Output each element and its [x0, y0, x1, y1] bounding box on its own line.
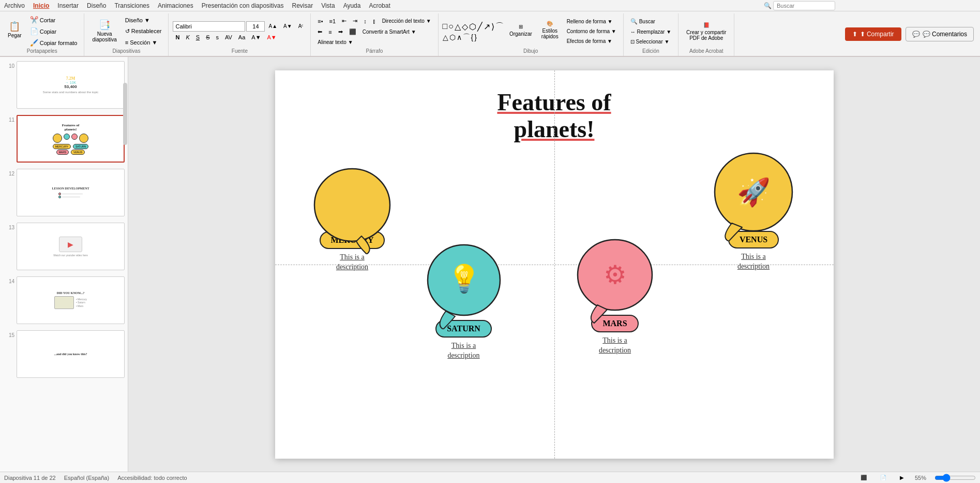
- menu-inicio[interactable]: Inicio: [33, 2, 49, 9]
- title-line2: planets!: [514, 116, 595, 142]
- color-button[interactable]: A▼: [265, 33, 279, 42]
- effects-button[interactable]: Efectos de forma ▼: [564, 37, 619, 46]
- paste-label: Pegar: [8, 33, 22, 38]
- mars-item[interactable]: ⚙ MARS This is adescription: [575, 236, 655, 356]
- list-bullet-button[interactable]: ≡•: [315, 17, 325, 26]
- find-button[interactable]: 🔍 Buscar: [628, 17, 674, 26]
- adobe-icon: 📕: [703, 22, 710, 28]
- menu-animaciones[interactable]: Animaciones: [158, 2, 193, 9]
- slide-thumb-11[interactable]: 11 Features ofplanets! MERCURY SATURN: [2, 114, 126, 164]
- columns-button[interactable]: ⫿: [370, 17, 379, 26]
- font-shrink-button[interactable]: A▼: [281, 22, 295, 31]
- select-button[interactable]: ⊡ Seleccionar ▼: [628, 37, 674, 46]
- spacing-button[interactable]: AV: [222, 33, 235, 42]
- ribbon-group-parrafo: ≡• ≡1 ⇤ ⇥ ↕ ⫿ Dirección del texto ▼ ⬅ ≡ …: [311, 13, 438, 56]
- view-presentation-button[interactable]: ▶: [897, 473, 907, 482]
- zoom-slider[interactable]: [934, 474, 976, 482]
- slide-num-15: 15: [3, 332, 14, 338]
- new-slide-button[interactable]: 📑 Nuevadiapositiva: [88, 16, 120, 47]
- slide-canvas[interactable]: Features of planets! MERCURY This is ade…: [275, 70, 834, 459]
- indent-increase-button[interactable]: ⇥: [350, 16, 360, 26]
- venus-item[interactable]: 🚀 VENUS This is adescription: [711, 151, 796, 272]
- justify-button[interactable]: ⬛: [346, 27, 359, 37]
- menu-bar: Archivo Inicio Insertar Diseño Transicio…: [0, 0, 980, 11]
- slide-thumb-img-11[interactable]: Features ofplanets! MERCURY SATURN MARS …: [17, 115, 125, 163]
- line-spacing-button[interactable]: ↕: [361, 17, 369, 26]
- align-text-button[interactable]: Alinear texto ▼: [315, 38, 355, 47]
- svg-point-0: [314, 169, 390, 241]
- menu-revisar[interactable]: Revisar: [292, 2, 313, 9]
- text-direction-button[interactable]: Dirección del texto ▼: [380, 17, 434, 25]
- slide-thumb-img-12[interactable]: LESSON DEVELOPMENT: [17, 169, 125, 216]
- menu-insertar[interactable]: Insertar: [57, 2, 79, 9]
- paste-button[interactable]: 📋 Pegar: [4, 14, 25, 46]
- slide-thumb-15[interactable]: 15 ...and did you know this?: [2, 329, 126, 379]
- slide-panel[interactable]: 10 7.2M → 10K 53,400 Some stats and numb…: [0, 57, 128, 472]
- align-right-button[interactable]: ➡: [336, 27, 345, 37]
- font-grow-button[interactable]: A▲: [266, 22, 280, 31]
- comments-label: 💬 Comentarios: [923, 31, 967, 38]
- slide-thumb-10[interactable]: 10 7.2M → 10K 53,400 Some stats and numb…: [2, 60, 126, 110]
- slide-num-13: 13: [3, 225, 14, 230]
- menu-ayuda[interactable]: Ayuda: [343, 2, 361, 9]
- mercury-item[interactable]: MERCURY This is adescription: [312, 164, 393, 272]
- slide-thumb-12[interactable]: 12 LESSON DEVELOPMENT: [2, 168, 126, 217]
- align-left-button[interactable]: ⬅: [315, 27, 325, 37]
- underline-button[interactable]: S: [193, 33, 202, 42]
- align-center-button[interactable]: ≡: [326, 27, 334, 37]
- slide-thumb-img-13[interactable]: ▶ Watch our youtube video here: [17, 223, 125, 270]
- outline-button[interactable]: Contorno de forma ▼: [564, 27, 619, 36]
- adobe-pdf-button[interactable]: 📕 Crear y compartirPDF de Adobe: [683, 16, 730, 47]
- section-button[interactable]: ≡ Sección ▼: [123, 38, 164, 47]
- case-button[interactable]: Aa: [236, 33, 248, 42]
- view-reading-button[interactable]: 📄: [878, 473, 889, 482]
- slide-thumb-14[interactable]: 14 DID YOU KNOW...? • Mercury• Saturn• M…: [2, 275, 126, 325]
- cut-button[interactable]: ✂️ Cortar: [27, 14, 80, 25]
- scrollbar-thumb[interactable]: [123, 83, 127, 145]
- status-bar: Diapositiva 11 de 22 Español (España) Ac…: [0, 472, 980, 483]
- shadow-button[interactable]: s: [213, 33, 221, 42]
- language-label: Español (España): [64, 475, 109, 481]
- menu-archivo[interactable]: Archivo: [4, 2, 25, 9]
- slide-thumb-img-14[interactable]: DID YOU KNOW...? • Mercury• Saturn• Mars: [17, 276, 125, 324]
- list-number-button[interactable]: ≡1: [327, 17, 339, 26]
- bold-button[interactable]: N: [173, 33, 182, 42]
- venus-bubble-container: 🚀: [711, 151, 796, 243]
- menu-vista[interactable]: Vista: [321, 2, 335, 9]
- menu-transiciones[interactable]: Transiciones: [114, 2, 149, 9]
- view-normal-button[interactable]: ⬛: [858, 473, 869, 482]
- title-line1: Features of: [497, 89, 611, 115]
- font-clear-button[interactable]: Aᶜ: [296, 22, 307, 31]
- menu-presentacion[interactable]: Presentación con diapositivas: [202, 2, 284, 9]
- font-size-input[interactable]: [246, 21, 265, 32]
- share-button[interactable]: ⬆ ⬆ Compartir: [845, 27, 901, 41]
- new-slide-icon: 📑: [99, 20, 110, 30]
- copy-format-button[interactable]: 🖌️ Copiar formato: [27, 37, 80, 48]
- strikethrough-button[interactable]: S: [203, 33, 212, 42]
- smartart-button[interactable]: Convertir a SmartArt ▼: [360, 27, 419, 36]
- indent-decrease-button[interactable]: ⇤: [339, 16, 349, 26]
- replace-button[interactable]: ↔ Reemplazar ▼: [628, 27, 674, 36]
- menu-acrobat[interactable]: Acrobat: [369, 2, 390, 9]
- design-button[interactable]: Diseño ▼: [123, 16, 164, 25]
- organize-button[interactable]: ⊞ Organizar: [506, 14, 536, 46]
- ribbon-group-dibujo: □ ○ △ ◇ ⬡ ╱ ↗ ⟩ ⌒ △ ⬡ ∧ ⌒ { }: [439, 13, 624, 56]
- comments-button[interactable]: 💬 💬 Comentarios: [906, 27, 974, 41]
- copy-button[interactable]: 📄 Copiar: [27, 26, 80, 37]
- highlight-button[interactable]: A▼: [249, 33, 263, 42]
- font-name-input[interactable]: [173, 21, 245, 32]
- paste-icon: 📋: [9, 22, 20, 31]
- slide-thumb-img-15[interactable]: ...and did you know this?: [17, 330, 125, 378]
- slide-thumb-img-10[interactable]: 7.2M → 10K 53,400 Some stats and numbers…: [17, 61, 125, 109]
- slide-title: Features of planets!: [275, 89, 834, 144]
- menu-diseno[interactable]: Diseño: [87, 2, 106, 9]
- diapositivas-label: Diapositivas: [88, 48, 164, 55]
- slide-thumb-13[interactable]: 13 ▶ Watch our youtube video here: [2, 222, 126, 271]
- search-input[interactable]: [773, 1, 835, 10]
- italic-button[interactable]: K: [183, 33, 192, 42]
- reset-button[interactable]: ↺ Restablecer: [123, 26, 164, 36]
- svg-text:🚀: 🚀: [736, 176, 770, 208]
- fill-button[interactable]: Relleno de forma ▼: [564, 17, 619, 26]
- saturn-item[interactable]: 💡 SATURN This is adescription: [425, 241, 503, 361]
- quick-styles-button[interactable]: 🎨 Estilosrápidos: [538, 14, 562, 46]
